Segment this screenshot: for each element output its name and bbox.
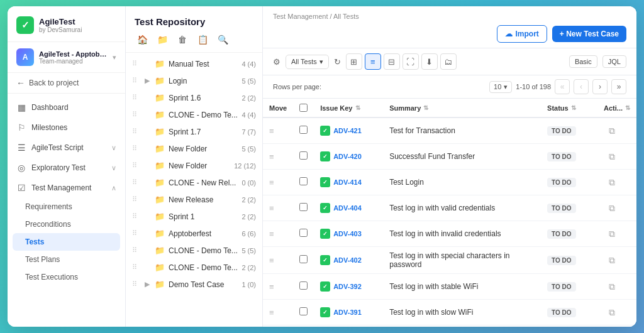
drag-handle-icon: ⠿ [132,212,141,221]
sidebar-sub-requirements[interactable]: Requirements [8,198,125,216]
move-cell: ≡ [263,274,293,300]
copy-button[interactable]: 📋 [195,32,210,47]
issue-key-link[interactable]: ADV-392 [333,283,362,290]
issue-key-link[interactable]: ADV-421 [333,127,362,134]
row-checkbox[interactable] [299,255,308,263]
row-checkbox[interactable] [299,281,308,290]
next-page-button[interactable]: › [592,79,608,94]
issue-key-link[interactable]: ADV-391 [333,308,362,316]
sidebar-sub-tests[interactable]: Tests [13,233,120,251]
compact-view-button[interactable]: ⊟ [384,53,400,70]
drag-handle-icon: ⠿ [132,111,141,119]
filter-chevron-icon: ▾ [319,58,323,66]
issue-badge: ✓ [320,255,330,265]
row-checkbox[interactable] [299,177,308,185]
first-page-button[interactable]: « [555,79,570,94]
sidebar-item-milestones[interactable]: ⚐ Milestones [8,117,125,138]
table-row: ≡ ✓ ADV-404 Test log in with valid crede… [263,195,636,221]
list-item[interactable]: ⠿ 📁 CLONE - Demo Te... 5 (5) [126,242,262,259]
sort-icon[interactable]: ⇅ [571,104,576,111]
row-drag-icon: ≡ [269,178,274,187]
summary-text: Test log in with slow WiFi [389,308,473,317]
sidebar-item-agiletest-script[interactable]: ☰ AgileTest Script ∨ [8,138,125,158]
row-checkbox[interactable] [299,151,308,160]
copy-action-button[interactable]: ⧉ [604,148,620,165]
jql-view-button[interactable]: JQL [602,55,626,68]
sidebar-sub-test-plans[interactable]: Test Plans [8,251,125,268]
chevron-down-icon: ▾ [113,53,116,62]
folder-view-button[interactable]: 🗂 [440,53,457,70]
status-badge: TO DO [547,204,575,213]
copy-action-button[interactable]: ⧉ [604,226,620,242]
last-page-button[interactable]: » [611,79,626,94]
rows-per-page-select[interactable]: 10 ▾ [489,81,512,93]
sidebar-item-test-management[interactable]: ☑ Test Management ∧ [8,178,125,198]
prev-page-button[interactable]: ‹ [574,79,589,94]
sort-icon[interactable]: ⇅ [355,104,360,111]
issue-key-link[interactable]: ADV-414 [333,178,362,186]
project-switcher[interactable]: A AgileTest - Apptobe... Team-managed ▾ [8,42,125,73]
list-item[interactable]: ⠿ 📁 Manual Test 4 (4) [126,55,262,72]
list-item[interactable]: ⠿ 📁 New Release 2 (2) [126,191,262,208]
new-folder-button[interactable]: 📁 [155,32,170,47]
row-checkbox[interactable] [299,307,308,315]
home-button[interactable]: 🏠 [135,32,150,47]
move-cell: ≡ [263,300,293,325]
folder-icon: 📁 [155,178,165,187]
refresh-icon[interactable]: ↻ [334,57,341,67]
drag-handle-icon: ⠿ [132,60,141,68]
basic-view-button[interactable]: Basic [569,55,597,68]
list-item[interactable]: ⠿ 📁 Apptoberfest 6 (6) [126,225,262,242]
list-item[interactable]: ⠿ ▶ 📁 Login 5 (5) [126,72,262,89]
list-item[interactable]: ⠿ 📁 CLONE - Demo Te... 2 (2) [126,259,262,276]
issue-key-link[interactable]: ADV-420 [333,153,362,160]
copy-action-button[interactable]: ⧉ [604,252,620,268]
list-item[interactable]: ⠿ 📁 CLONE - Demo Te... 4 (4) [126,106,262,123]
delete-button[interactable]: 🗑 [175,32,190,47]
new-test-case-button[interactable]: + New Test Case [552,26,626,42]
copy-action-button[interactable]: ⧉ [604,304,620,320]
col-status: Status ⇅ [541,99,597,117]
table-row: ≡ ✓ ADV-403 Test log in with invalid cre… [263,221,636,247]
select-all-checkbox[interactable] [299,104,308,112]
row-checkbox[interactable] [299,203,308,211]
copy-action-button[interactable]: ⧉ [604,278,620,295]
sidebar-item-label: Test Management [31,183,106,192]
issue-key-link[interactable]: ADV-403 [333,230,362,237]
list-item[interactable]: ⠿ 📁 New Folder 5 (5) [126,140,262,157]
issue-key-link[interactable]: ADV-402 [333,256,362,264]
sidebar-sub-preconditions[interactable]: Preconditions [8,216,125,233]
back-to-project[interactable]: ← Back to project [8,73,125,94]
search-button[interactable]: 🔍 [215,32,230,47]
list-item[interactable]: ⠿ 📁 Sprint 1 2 (2) [126,208,262,225]
folder-icon: 📁 [155,161,165,170]
sidebar-sub-test-executions[interactable]: Test Executions [8,268,125,286]
import-button[interactable]: ☁ Import [497,25,547,43]
cloud-icon: ☁ [505,30,513,38]
sidebar-item-exploratory-test[interactable]: ◎ Exploratory Test ∨ [8,158,125,178]
check-cell [293,221,314,247]
download-button[interactable]: ⬇ [421,53,438,70]
list-item[interactable]: ⠿ 📁 New Folder 12 (12) [126,157,262,174]
expand-view-button[interactable]: ⛶ [402,53,419,70]
row-checkbox[interactable] [299,126,308,134]
list-item[interactable]: ⠿ 📁 Sprint 1.6 2 (2) [126,89,262,106]
copy-action-button[interactable]: ⧉ [604,174,620,190]
list-item[interactable]: ⠿ ▶ 📁 Demo Test Case 1 (0) [126,276,262,293]
copy-action-button[interactable]: ⧉ [604,123,620,139]
issue-key-link[interactable]: ADV-404 [333,204,362,212]
filter-icon[interactable]: ⚙ [273,57,280,67]
sidebar-item-dashboard[interactable]: ▦ Dashboard [8,97,125,117]
list-view-button[interactable]: ≡ [365,53,381,70]
new-test-case-label: + New Test Case [560,30,619,38]
copy-action-button[interactable]: ⧉ [604,200,620,216]
sort-icon[interactable]: ⇅ [625,104,630,111]
all-tests-filter[interactable]: All Tests ▾ [286,55,329,69]
row-checkbox[interactable] [299,229,308,237]
list-item[interactable]: ⠿ 📁 CLONE - New Rel... 0 (0) [126,174,262,191]
sidebar-nav: ▦ Dashboard ⚐ Milestones ☰ AgileTest Scr… [8,94,125,327]
summary-text: Test log in with invalid credentials [389,229,501,238]
list-item[interactable]: ⠿ 📁 Sprint 1.7 7 (7) [126,123,262,140]
grid-view-button[interactable]: ⊞ [346,53,362,70]
sort-icon[interactable]: ⇅ [423,104,428,111]
